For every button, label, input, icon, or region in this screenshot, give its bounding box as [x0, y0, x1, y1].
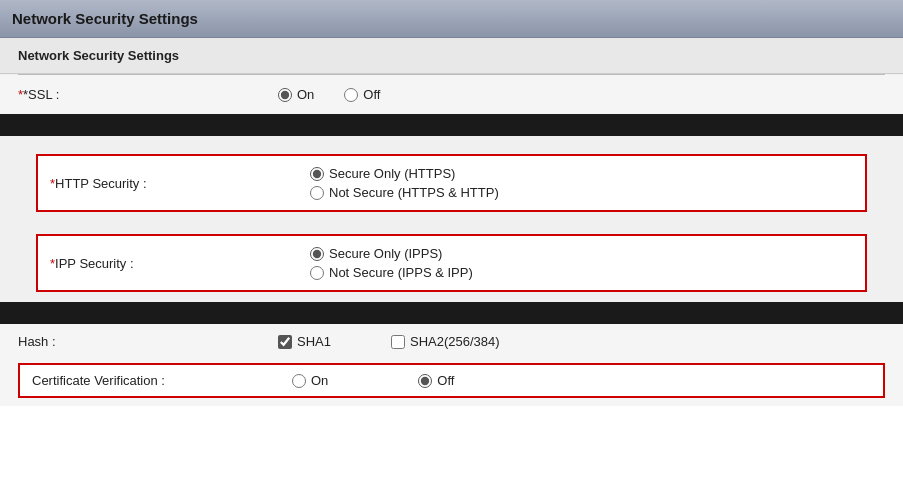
- http-secure-only-radio[interactable]: [310, 167, 324, 181]
- cert-off-label: Off: [437, 373, 454, 388]
- http-security-options: Secure Only (HTTPS) Not Secure (HTTPS & …: [310, 166, 499, 200]
- ipp-not-secure-option[interactable]: Not Secure (IPPS & IPP): [310, 265, 473, 280]
- section-header: Network Security Settings: [0, 38, 903, 74]
- hash-options: SHA1 SHA2(256/384): [278, 334, 500, 349]
- http-security-label-text: HTTP Security :: [55, 176, 147, 191]
- page-title: Network Security Settings: [12, 10, 891, 27]
- ssl-on-option[interactable]: On: [278, 87, 314, 102]
- ipp-security-row: *IPP Security : Secure Only (IPPS) Not S…: [36, 234, 867, 292]
- ssl-on-label: On: [297, 87, 314, 102]
- cert-off-radio[interactable]: [418, 374, 432, 388]
- http-not-secure-radio[interactable]: [310, 186, 324, 200]
- ssl-options: On Off: [278, 87, 380, 102]
- ipp-secure-only-label: Secure Only (IPPS): [329, 246, 442, 261]
- cert-verification-label: Certificate Verification :: [32, 373, 292, 388]
- http-not-secure-label: Not Secure (HTTPS & HTTP): [329, 185, 499, 200]
- ssl-off-label: Off: [363, 87, 380, 102]
- hash-sha1-checkbox[interactable]: [278, 335, 292, 349]
- http-security-wrapper: *HTTP Security : Secure Only (HTTPS) Not…: [0, 136, 903, 212]
- cert-verification-options: On Off: [292, 373, 454, 388]
- ipp-security-wrapper: *IPP Security : Secure Only (IPPS) Not S…: [0, 220, 903, 292]
- ssl-off-option[interactable]: Off: [344, 87, 380, 102]
- http-security-label: *HTTP Security :: [50, 176, 310, 191]
- cert-on-label: On: [311, 373, 328, 388]
- http-secure-only-option[interactable]: Secure Only (HTTPS): [310, 166, 499, 181]
- ipp-not-secure-radio[interactable]: [310, 266, 324, 280]
- title-bar: Network Security Settings: [0, 0, 903, 38]
- cert-verification-wrapper: Certificate Verification : On Off: [0, 359, 903, 406]
- hash-label: Hash :: [18, 334, 278, 349]
- hash-sha1-label: SHA1: [297, 334, 331, 349]
- hash-sha1-option[interactable]: SHA1: [278, 334, 331, 349]
- ipp-security-options: Secure Only (IPPS) Not Secure (IPPS & IP…: [310, 246, 473, 280]
- ipp-security-label-text: IPP Security :: [55, 256, 134, 271]
- ssl-on-radio[interactable]: [278, 88, 292, 102]
- cert-off-option[interactable]: Off: [418, 373, 454, 388]
- cert-on-option[interactable]: On: [292, 373, 328, 388]
- ssl-label-text: *SSL :: [23, 87, 59, 102]
- ipp-secure-only-option[interactable]: Secure Only (IPPS): [310, 246, 473, 261]
- hash-sha2-label: SHA2(256/384): [410, 334, 500, 349]
- ssl-off-radio[interactable]: [344, 88, 358, 102]
- hash-sha2-checkbox[interactable]: [391, 335, 405, 349]
- cert-verification-label-text: Certificate Verification :: [32, 373, 165, 388]
- cert-verification-row: Certificate Verification : On Off: [18, 363, 885, 398]
- black-divider-1: [0, 114, 903, 136]
- http-not-secure-option[interactable]: Not Secure (HTTPS & HTTP): [310, 185, 499, 200]
- hash-sha2-option[interactable]: SHA2(256/384): [391, 334, 500, 349]
- ipp-not-secure-label: Not Secure (IPPS & IPP): [329, 265, 473, 280]
- black-divider-2: [0, 302, 903, 324]
- cert-on-radio[interactable]: [292, 374, 306, 388]
- http-secure-only-label: Secure Only (HTTPS): [329, 166, 455, 181]
- hash-row: Hash : SHA1 SHA2(256/384): [0, 324, 903, 359]
- http-security-row: *HTTP Security : Secure Only (HTTPS) Not…: [36, 154, 867, 212]
- ssl-label: **SSL :: [18, 87, 278, 102]
- ipp-security-label: *IPP Security :: [50, 256, 310, 271]
- section-header-label: Network Security Settings: [18, 48, 179, 63]
- ssl-row: **SSL : On Off: [0, 75, 903, 114]
- content-area: Network Security Settings **SSL : On Off…: [0, 38, 903, 406]
- hash-label-text: Hash :: [18, 334, 56, 349]
- ipp-secure-only-radio[interactable]: [310, 247, 324, 261]
